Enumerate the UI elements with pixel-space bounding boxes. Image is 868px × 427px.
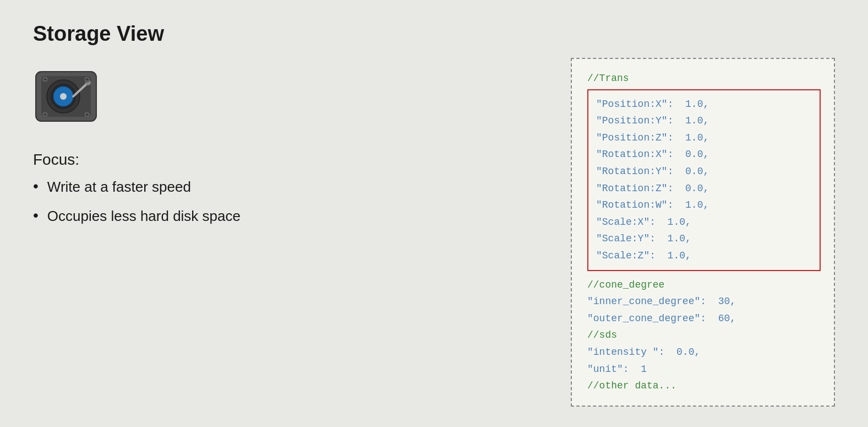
trans-line-4: "Rotation:Y": 0.0, (596, 163, 812, 180)
cone-line-0: "inner_cone_degree": 30, (587, 293, 821, 310)
bullet-item-2: Occupies less hard disk space (47, 208, 241, 225)
bullet-item-1: Write at a faster speed (47, 179, 191, 196)
comment-cone: //cone_degree (587, 277, 821, 294)
left-section: Focus: Write at a faster speed Occupies … (33, 66, 241, 237)
trans-line-7: "Scale:X": 1.0, (596, 214, 812, 231)
trans-line-2: "Position:Z": 1.0, (596, 129, 812, 147)
comment-sds: //sds (587, 327, 821, 344)
trans-red-box: "Position:X": 1.0, "Position:Y": 1.0, "P… (587, 89, 821, 271)
trans-line-5: "Rotation:Z": 0.0, (596, 180, 812, 197)
trans-line-9: "Scale:Z": 1.0, (596, 247, 812, 264)
cone-line-1: "outer_cone_degree": 60, (587, 310, 821, 327)
list-item: Write at a faster speed (33, 179, 241, 196)
svg-point-5 (60, 93, 67, 100)
list-item: Occupies less hard disk space (33, 208, 241, 225)
trans-line-6: "Rotation:W": 1.0, (596, 197, 812, 214)
trans-line-3: "Rotation:X": 0.0, (596, 146, 812, 163)
trans-line-8: "Scale:Y": 1.0, (596, 230, 812, 247)
page-title: Storage View (33, 22, 835, 46)
trans-line-1: "Position:Y": 1.0, (596, 112, 812, 129)
trans-line-0: "Position:X": 1.0, (596, 96, 812, 113)
bullet-list: Write at a faster speed Occupies less ha… (33, 179, 241, 225)
comment-trans: //Trans (587, 70, 821, 87)
focus-label: Focus: (33, 151, 241, 169)
page: Storage View (0, 0, 868, 427)
code-panel: //Trans "Position:X": 1.0, "Position:Y":… (571, 58, 835, 407)
hdd-icon (33, 66, 99, 127)
sds-line-0: "intensity ": 0.0, (587, 344, 821, 361)
code-block: //Trans "Position:X": 1.0, "Position:Y":… (587, 70, 821, 394)
sds-line-1: "unit": 1 (587, 361, 821, 378)
comment-other: //other data... (587, 377, 821, 394)
